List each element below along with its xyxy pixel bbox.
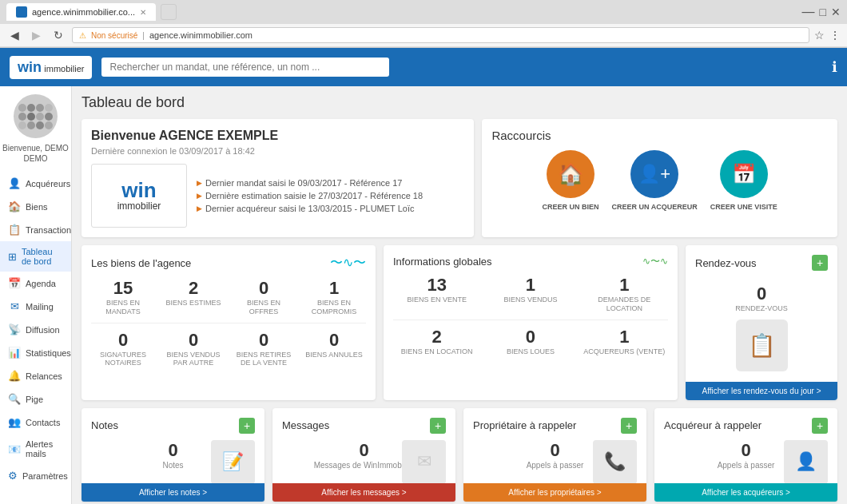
bookmark-icon[interactable]: ☆ — [814, 29, 825, 42]
sidebar-item-contacts[interactable]: 👥 Contacts — [0, 411, 71, 434]
close-icon[interactable]: ✕ — [831, 6, 841, 18]
search-input[interactable] — [101, 58, 389, 77]
shortcut-creer-visite[interactable]: 📅 CREER UNE VISITE — [710, 150, 777, 211]
acquereurs-rappeler-add-button[interactable]: + — [812, 418, 828, 434]
stat-vendus-autre: 0 BIENS VENDUS PAR AUTRE — [161, 330, 225, 368]
infos-title: Informations globales — [393, 256, 492, 268]
rdv-title-row: Rendez-vous + — [695, 255, 828, 271]
messages-ghost-icon: ✉ — [402, 440, 446, 484]
proprietaires-action-button[interactable]: Afficher les propriétaires > — [463, 483, 646, 502]
notes-content: 0 Notes 📝 — [91, 440, 255, 470]
sidebar-label-contacts: Contacts — [26, 418, 60, 427]
url-bar[interactable]: ⚠ Non sécurisé | agence.winimmobilier.co… — [72, 27, 809, 43]
header-info-icon[interactable]: ℹ — [832, 58, 837, 76]
sidebar-item-agenda[interactable]: 📅 Agenda — [0, 272, 71, 295]
shortcuts-title: Raccourcis — [491, 129, 828, 142]
settings-icon[interactable]: ⋮ — [829, 29, 841, 42]
page-title: Tableau de bord — [82, 94, 837, 111]
rdv-add-button[interactable]: + — [812, 255, 828, 271]
shortcut-bien-icon: 🏠 — [547, 150, 594, 198]
proprietaires-add-button[interactable]: + — [621, 418, 637, 434]
tab-title: agence.winimmobilier.co... — [32, 7, 135, 17]
transactions-icon: 📋 — [8, 224, 21, 236]
stat-label-biens-loues: BIENS LOUES — [487, 347, 574, 356]
avatar-dot — [36, 121, 44, 129]
notes-action-button[interactable]: Afficher les notes > — [82, 483, 264, 502]
stat-biens-loues: 0 BIENS LOUES — [487, 327, 574, 356]
header-search[interactable] — [101, 58, 389, 77]
biens-chart-icon: 〜∿〜 — [330, 255, 366, 272]
stat-num-signatures: 0 — [91, 330, 155, 351]
sidebar-item-biens[interactable]: 🏠 Biens — [0, 195, 71, 218]
avatar-dot — [36, 104, 44, 112]
notes-add-button[interactable]: + — [239, 418, 255, 434]
welcome-link-1[interactable]: Dernier mandat saisi le 09/03/2017 - Réf… — [197, 178, 423, 188]
acquereurs-action-button[interactable]: Afficher les acquéreurs > — [654, 483, 837, 502]
shortcut-creer-acquereur[interactable]: 👤+ CREER UN ACQUEREUR — [612, 150, 698, 211]
rdv-num: 0 — [695, 284, 828, 304]
rdv-label: Rendez-vous — [695, 304, 828, 313]
avatar-dot — [45, 113, 53, 121]
notes-title-row: Notes + — [91, 418, 255, 434]
rdv-action-button[interactable]: Afficher les rendez-vous du jour > — [686, 382, 837, 400]
messages-content: 0 Messages de WinImmobilier ✉ — [282, 440, 446, 470]
parametres-icon: ⚙ — [8, 470, 18, 482]
sidebar-item-pige[interactable]: 🔍 Pige — [0, 387, 71, 411]
avatar-dot — [27, 104, 35, 112]
stat-num-biens-mandats: 15 — [91, 278, 155, 299]
welcome-link-2[interactable]: Dernière estimation saisie le 27/03/2017… — [197, 191, 423, 200]
minimize-icon[interactable]: — — [802, 5, 815, 19]
restore-icon[interactable]: □ — [820, 6, 826, 18]
stat-num-biens-loues: 0 — [487, 327, 574, 347]
rdv-stats: 0 Rendez-vous — [695, 277, 828, 319]
sidebar-item-statistiques[interactable]: 📊 Statistiques — [0, 341, 71, 364]
biens-icon: 🏠 — [8, 200, 21, 212]
sidebar-item-tableau-de-bord[interactable]: ⊞ Tableau de bord — [0, 241, 71, 272]
sidebar-item-mailing[interactable]: ✉ Mailing — [0, 295, 71, 318]
proprietaires-title: Propriétaire à rappeler — [473, 419, 576, 431]
rdv-title: Rendez-vous — [695, 257, 757, 269]
new-tab-button[interactable] — [161, 4, 177, 20]
sidebar-item-transactions[interactable]: 📋 Transactions — [0, 218, 71, 241]
proprietaires-content: 0 Appels à passer 📞 — [473, 440, 637, 470]
sidebar-label-acquereurs: Acquéreurs — [26, 179, 70, 189]
pige-icon: 🔍 — [8, 393, 21, 405]
stat-num-demandes-location: 1 — [581, 275, 668, 296]
welcome-link-text-3: Dernier acquéreur saisi le 13/03/2015 - … — [205, 204, 415, 213]
back-button[interactable]: ◀ — [6, 27, 23, 43]
biens-stats-row1: 15 BIENS EN MANDATS 2 BIENS ESTIMES 0 BI… — [91, 278, 366, 316]
reload-button[interactable]: ↻ — [50, 27, 67, 43]
stat-biens-compromis: 1 BIENS EN COMPROMIS — [302, 278, 366, 316]
acquereurs-content: 0 Appels à passer 👤 — [664, 440, 828, 470]
sidebar-item-relances[interactable]: 🔔 Relances — [0, 364, 71, 387]
sidebar-item-alertes-mails[interactable]: 📧 Alertes mails — [0, 434, 71, 464]
stat-acquereurs-vente: 1 ACQUEREURS (VENTE) — [581, 327, 668, 356]
biens-card: Les biens de l'agence 〜∿〜 15 BIENS EN MA… — [82, 245, 376, 400]
stat-biens-offres: 0 BIENS EN OFFRES — [232, 278, 296, 316]
tab-close[interactable]: ✕ — [140, 8, 146, 17]
stat-label-signatures: SIGNATURES NOTAIRES — [91, 351, 155, 368]
proprietaires-ghost-icon: 📞 — [593, 440, 637, 484]
welcome-link-3[interactable]: Dernier acquéreur saisi le 13/03/2015 - … — [197, 204, 423, 213]
stat-num-vendus-autre: 0 — [161, 330, 225, 351]
messages-action-button[interactable]: Afficher les messages > — [272, 483, 455, 502]
forward-button[interactable]: ▶ — [28, 27, 45, 43]
main-content: Tableau de bord Bienvenue AGENCE EXEMPLE… — [72, 86, 847, 504]
stat-label-acquereurs-vente: ACQUEREURS (VENTE) — [581, 347, 668, 356]
browser-tab[interactable]: agence.winimmobilier.co... ✕ — [6, 3, 156, 21]
messages-add-button[interactable]: + — [430, 418, 446, 434]
sidebar-item-parametres[interactable]: ⚙ Paramètres — [0, 464, 71, 487]
sidebar-item-diffusion[interactable]: 📡 Diffusion — [0, 318, 71, 341]
window-controls: — □ ✕ — [323, 5, 841, 19]
info-icon[interactable]: ℹ — [832, 59, 837, 75]
shortcut-creer-bien[interactable]: 🏠 CREER UN BIEN — [543, 150, 599, 211]
stat-label-biens-vendus: BIENS VENDUS — [487, 296, 574, 304]
sidebar-item-acquereurs[interactable]: 👤 Acquéreurs — [0, 172, 71, 195]
url-separator: | — [142, 31, 145, 40]
stat-demandes-location: 1 DEMANDES DE LOCATION — [581, 275, 668, 313]
avatar-dot — [36, 113, 44, 121]
relances-icon: 🔔 — [8, 370, 21, 382]
titlebar: agence.winimmobilier.co... ✕ — □ ✕ — [0, 0, 847, 24]
tableau-de-bord-icon: ⊞ — [8, 251, 17, 263]
nav-right-icons: ☆ ⋮ — [814, 29, 841, 42]
